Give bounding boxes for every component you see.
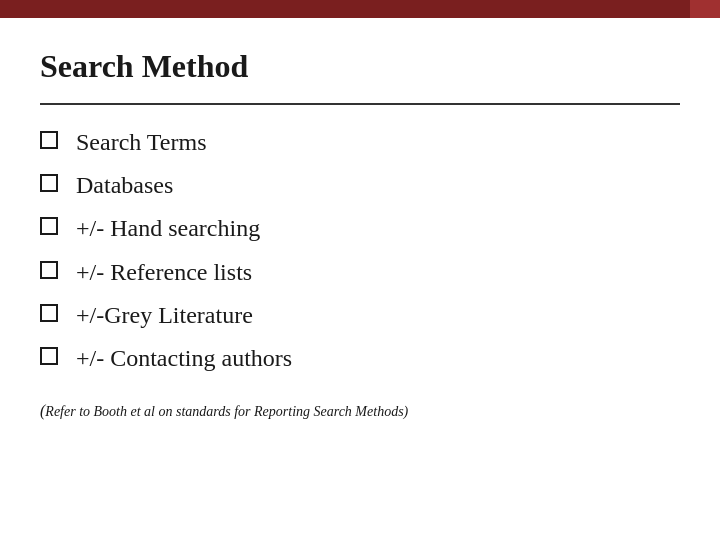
list-item: +/- Contacting authors (40, 343, 680, 374)
bullet-text-4: +/- Reference lists (76, 257, 252, 288)
bullet-icon-3 (40, 217, 58, 235)
divider (40, 103, 680, 105)
bullet-list: Search Terms Databases +/- Hand searchin… (40, 127, 680, 374)
bullet-icon-4 (40, 261, 58, 279)
list-item: Databases (40, 170, 680, 201)
bullet-icon-5 (40, 304, 58, 322)
footnote-text: Refer to Booth et al on standards for Re… (45, 404, 408, 419)
bullet-icon-6 (40, 347, 58, 365)
list-item: Search Terms (40, 127, 680, 158)
top-bar (0, 0, 720, 18)
bullet-text-6: +/- Contacting authors (76, 343, 292, 374)
footnote: (Refer to Booth et al on standards for R… (40, 402, 680, 420)
bullet-text-2: Databases (76, 170, 173, 201)
bullet-text-5: +/-Grey Literature (76, 300, 253, 331)
list-item: +/-Grey Literature (40, 300, 680, 331)
bullet-icon-2 (40, 174, 58, 192)
bullet-icon-1 (40, 131, 58, 149)
slide-container: Search Method Search Terms Databases +/-… (0, 18, 720, 440)
bullet-text-3: +/- Hand searching (76, 213, 260, 244)
bullet-text-1: Search Terms (76, 127, 207, 158)
list-item: +/- Hand searching (40, 213, 680, 244)
slide-title: Search Method (40, 48, 680, 85)
top-bar-accent (690, 0, 720, 18)
list-item: +/- Reference lists (40, 257, 680, 288)
